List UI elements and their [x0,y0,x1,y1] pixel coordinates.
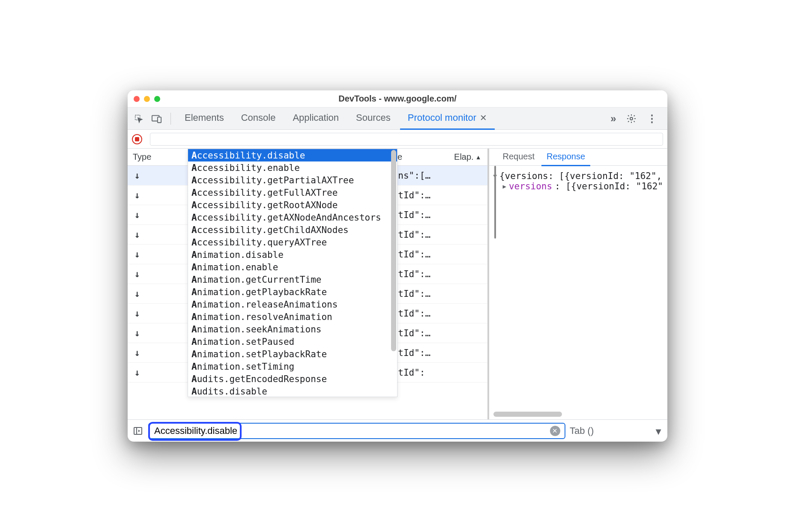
autocomplete-item[interactable]: Animation.disable [188,248,397,261]
titlebar: DevTools - www.google.com/ [128,90,667,108]
autocomplete-scrollbar[interactable] [391,150,396,351]
direction-arrow-icon: ↓ [128,308,146,319]
direction-arrow-icon: ↓ [128,190,146,200]
autocomplete-item[interactable]: Animation.getPlaybackRate [188,286,397,298]
tree-row[interactable]: ▶ versions : [{versionId: "162" [493,181,663,191]
direction-arrow-icon: ↓ [128,269,146,279]
kebab-menu-icon[interactable]: ⋮ [644,111,660,126]
autocomplete-item[interactable]: Animation.seekAnimations [188,323,397,335]
autocomplete-item[interactable]: Accessibility.enable [188,161,397,174]
response-snippet: estId":… [387,230,473,240]
autocomplete-item[interactable]: Accessibility.getPartialAXTree [188,174,397,186]
pane-resize-handle[interactable] [494,166,496,239]
autocomplete-item[interactable]: Animation.setTiming [188,360,397,373]
autocomplete-item[interactable]: Accessibility.getFullAXTree [188,186,397,199]
record-button[interactable] [132,134,142,144]
autocomplete-item[interactable]: Animation.resolveAnimation [188,311,397,323]
command-input-wrap: ✕ [148,423,565,439]
inspect-element-icon[interactable] [131,111,146,126]
autocomplete-item[interactable]: Animation.setPlaybackRate [188,348,397,360]
direction-arrow-icon: ↓ [128,209,146,220]
panel-body: Type se Elap. ▲ ↓ions":[…↓estId":…↓estId… [128,149,667,419]
response-snippet: estId":… [387,269,473,279]
details-tab-response[interactable]: Response [541,149,590,166]
sort-asc-icon: ▲ [475,154,481,161]
autocomplete-item[interactable]: Accessibility.getChildAXNodes [188,224,397,236]
devtools-window: DevTools - www.google.com/ ElementsConso… [128,90,667,442]
horizontal-scrollbar[interactable] [493,412,562,417]
filter-input[interactable] [150,133,663,146]
col-type[interactable]: Type [128,152,188,162]
close-tab-icon[interactable]: ✕ [480,113,487,123]
tab-protocol-monitor[interactable]: Protocol monitor✕ [400,108,495,130]
response-snippet: estId":… [387,348,473,358]
minimize-window-button[interactable] [144,96,150,102]
clear-input-icon[interactable]: ✕ [550,426,560,436]
command-input[interactable] [153,425,550,437]
response-body: ▼ {versions: [{versionId: "162", ▶ versi… [489,166,667,419]
tree-row[interactable]: ▼ {versions: [{versionId: "162", [493,171,663,181]
autocomplete-item[interactable]: Accessibility.getRootAXNode [188,199,397,211]
params-hint[interactable]: Tab () ▼ [570,425,663,436]
main-tabbar: ElementsConsoleApplicationSourcesProtoco… [128,108,667,130]
tab-elements[interactable]: Elements [177,108,232,130]
details-pane: RequestResponse ▼ {versions: [{versionId… [489,149,667,419]
response-snippet: estId":… [387,289,473,299]
direction-arrow-icon: ↓ [128,367,146,378]
direction-arrow-icon: ↓ [128,288,146,299]
response-snippet: ions":[… [387,170,473,181]
autocomplete-item[interactable]: Animation.releaseAnimations [188,298,397,311]
response-snippet: estId":… [387,328,473,338]
autocomplete-item[interactable]: Accessibility.disable [188,149,397,161]
protocol-toolbar [128,130,667,149]
autocomplete-item[interactable]: Accessibility.getAXNodeAndAncestors [188,211,397,224]
autocomplete-item[interactable]: Animation.enable [188,261,397,273]
autocomplete-item[interactable]: Animation.getCurrentTime [188,273,397,286]
response-snippet: estId":… [387,190,473,200]
direction-arrow-icon: ↓ [128,249,146,260]
response-snippet: estId": [387,368,473,378]
svg-point-3 [630,117,633,120]
autocomplete-item[interactable]: Audits.getEncodedResponse [188,373,397,385]
command-bar: ✕ Tab () ▼ [128,419,667,442]
direction-arrow-icon: ↓ [128,347,146,358]
tab-application[interactable]: Application [285,108,347,130]
direction-arrow-icon: ↓ [128,170,146,181]
autocomplete-item[interactable]: Audits.disable [188,385,397,397]
device-toolbar-icon[interactable] [149,111,164,126]
command-autocomplete-popup: Accessibility.disableAccessibility.enabl… [188,149,398,397]
autocomplete-item[interactable]: Accessibility.queryAXTree [188,236,397,248]
direction-arrow-icon: ↓ [128,328,146,338]
tabbar-divider [170,113,171,125]
svg-rect-4 [134,427,142,434]
maximize-window-button[interactable] [154,96,160,102]
details-tab-request[interactable]: Request [498,149,540,166]
settings-gear-icon[interactable] [624,111,639,126]
tab-sources[interactable]: Sources [348,108,398,130]
close-window-button[interactable] [134,96,140,102]
tree-collapse-icon[interactable]: ▶ [503,183,506,190]
response-snippet: estId":… [387,210,473,220]
show-left-sidebar-icon[interactable] [132,425,144,437]
details-tabs: RequestResponse [489,149,667,166]
response-snippet: estId":… [387,308,473,319]
col-elapsed[interactable]: Elap. ▲ [454,152,481,162]
tab-console[interactable]: Console [233,108,284,130]
chevron-down-icon[interactable]: ▼ [654,426,663,437]
direction-arrow-icon: ↓ [128,229,146,240]
response-snippet: estId":… [387,249,473,260]
window-title: DevTools - www.google.com/ [128,94,667,104]
svg-rect-2 [158,117,161,123]
traffic-lights [134,96,160,102]
autocomplete-item[interactable]: Animation.setPaused [188,335,397,348]
more-tabs-icon[interactable]: » [606,111,621,126]
message-list-pane: Type se Elap. ▲ ↓ions":[…↓estId":…↓estId… [128,149,489,419]
